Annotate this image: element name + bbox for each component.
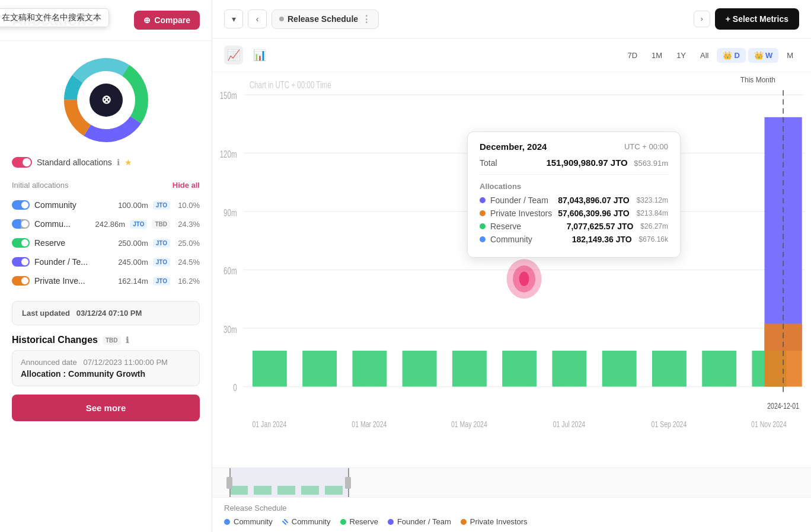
donut-chart-area: ⊗ (0, 41, 212, 153)
chart-controls: 📈 📊 7D 1M 1Y All 👑D 👑W M (212, 39, 811, 72)
bar-chart-icon: 📊 (253, 49, 266, 62)
historical-info-icon[interactable]: ℹ (126, 335, 129, 345)
next-arrow-button[interactable]: › (694, 11, 710, 27)
hist-date-label: Announced date (21, 358, 77, 367)
svg-rect-55 (345, 477, 351, 489)
prev-button[interactable]: ‹ (248, 9, 267, 28)
svg-text:2024-12-01: 2024-12-01 (767, 401, 799, 411)
legend-dot-founder (388, 519, 394, 525)
svg-rect-28 (602, 351, 637, 387)
last-updated-label: Last updated (22, 309, 70, 318)
private-toggle[interactable] (12, 276, 30, 286)
legend-item-private: Private Investors (461, 517, 528, 526)
svg-rect-54 (226, 477, 232, 489)
jto-badge: JTO (153, 258, 170, 267)
search-tooltip: 在文稿和文件名中搜索文本 (0, 8, 109, 27)
historical-changes-label: Historical Changes (12, 335, 98, 345)
community2-toggle[interactable] (12, 219, 30, 229)
1y-button[interactable]: 1Y (670, 48, 692, 63)
area-chart-icon: 📈 (227, 49, 240, 62)
svg-text:0: 0 (233, 382, 237, 393)
hist-date-value: 07/12/2023 11:00:00 PM (84, 358, 168, 367)
alloc-amount: 162.14m (118, 277, 148, 286)
last-updated-value: 03/12/24 07:10 PM (76, 309, 142, 318)
alloc-name: Founder / Te... (34, 257, 113, 267)
svg-text:Chart in UTC + 00:00 Time: Chart in UTC + 00:00 Time (250, 79, 331, 91)
mini-navigator[interactable] (212, 467, 811, 497)
historical-changes-header: Historical Changes TBD ℹ (0, 325, 212, 350)
release-more-icon: ⋮ (362, 14, 371, 25)
bar-chart-button[interactable]: 📊 (250, 46, 269, 65)
release-schedule-label: Release Schedule (288, 14, 358, 24)
alloc-pct: 24.3% (175, 220, 200, 229)
svg-rect-26 (502, 351, 537, 387)
1m-button[interactable]: 1M (646, 48, 668, 63)
svg-text:01 May 2024: 01 May 2024 (451, 419, 487, 429)
month-button[interactable]: M (781, 48, 799, 63)
list-item: Founder / Te... 245.00m JTO 24.5% (0, 252, 212, 271)
legend-items: Community Community Reserve Founder / Te… (224, 517, 799, 526)
select-metrics-button[interactable]: + Select Metrics (715, 8, 799, 30)
hide-all-button[interactable]: Hide all (173, 181, 200, 190)
svg-text:120m: 120m (220, 149, 237, 160)
standard-allocations-row: Standard allocations ℹ ★ (0, 153, 212, 176)
tooltip-row-private: Private Investors 57,606,309.96 JTO $213… (480, 209, 668, 218)
svg-text:30m: 30m (223, 324, 237, 335)
founder-sub: $323.12m (637, 196, 668, 204)
svg-rect-27 (552, 351, 586, 387)
community-sub: $676.16k (639, 235, 668, 243)
tooltip-row-founder: Founder / Team 87,043,896.07 JTO $323.12… (480, 196, 668, 205)
dropdown-icon: ▾ (232, 14, 236, 24)
hist-title: Allocation : Community Growth (21, 369, 191, 379)
app-container: Allocations ⊕ Compare 在文稿和文件名中搜索文本 (0, 0, 811, 532)
legend-item-founder: Founder / Team (388, 517, 451, 526)
compare-icon: ⊕ (143, 15, 151, 25)
tooltip-total: Total 151,909,980.97 JTO $563.91m (480, 158, 668, 175)
compare-button[interactable]: ⊕ Compare (134, 11, 200, 30)
week-crown-button[interactable]: 👑W (748, 48, 778, 63)
alloc-name: Private Inve... (34, 276, 113, 286)
reserve-dot (480, 223, 486, 229)
founder-label: Founder / Team (490, 196, 553, 205)
founder-toggle[interactable] (12, 257, 30, 267)
jto-badge: JTO (153, 201, 170, 210)
list-item: Commu... 242.86m JTO TBD 24.3% (0, 214, 212, 233)
7d-button[interactable]: 7D (621, 48, 643, 63)
svg-text:90m: 90m (223, 207, 237, 218)
community-dot (480, 236, 486, 242)
time-buttons: 7D 1M 1Y All 👑D 👑W M (621, 48, 799, 63)
info-icon[interactable]: ℹ (117, 158, 120, 167)
last-updated-box: Last updated 03/12/24 07:10 PM (12, 301, 200, 325)
chart-tooltip: December, 2024 UTC + 00:00 Total 151,909… (467, 132, 681, 258)
alloc-pct: 25.0% (175, 239, 200, 248)
reserve-toggle[interactable] (12, 238, 30, 248)
historical-item: Announced date 07/12/2023 11:00:00 PM Al… (12, 350, 200, 386)
crown-icon2: 👑 (754, 51, 764, 60)
list-item: Community 100.00m JTO 10.0% (0, 196, 212, 214)
standard-allocations-toggle[interactable] (12, 157, 32, 168)
svg-text:⊗: ⊗ (101, 93, 111, 106)
list-item: Private Inve... 162.14m JTO 16.2% (0, 271, 212, 290)
legend-dot-reserve (340, 519, 346, 525)
day-crown-button[interactable]: 👑D (717, 48, 745, 63)
tooltip-total-label: Total (480, 158, 497, 168)
top-bar: ▾ ‹ Release Schedule ⋮ › + Select Metric… (212, 0, 811, 39)
standard-allocations-label: Standard allocations (37, 158, 112, 167)
legend-title: Release Schedule (224, 504, 799, 512)
reserve-label: Reserve (490, 222, 562, 231)
dropdown-button[interactable]: ▾ (224, 9, 243, 28)
svg-point-44 (519, 272, 529, 286)
alloc-amount: 242.86m (95, 220, 126, 229)
next-arrow-icon: › (701, 15, 703, 23)
release-schedule-pill[interactable]: Release Schedule ⋮ (272, 9, 379, 29)
svg-text:150m: 150m (220, 90, 237, 101)
all-button[interactable]: All (694, 48, 714, 63)
reserve-value: 7,077,625.57 JTO (567, 222, 634, 231)
historical-tbd-badge: TBD (103, 336, 121, 345)
private-value: 57,606,309.96 JTO (558, 209, 629, 218)
area-chart-button[interactable]: 📈 (224, 46, 243, 65)
see-more-button[interactable]: See more (12, 395, 200, 421)
community-toggle[interactable] (12, 200, 30, 210)
star-icon: ★ (124, 158, 132, 167)
jto-badge: JTO (153, 277, 170, 286)
